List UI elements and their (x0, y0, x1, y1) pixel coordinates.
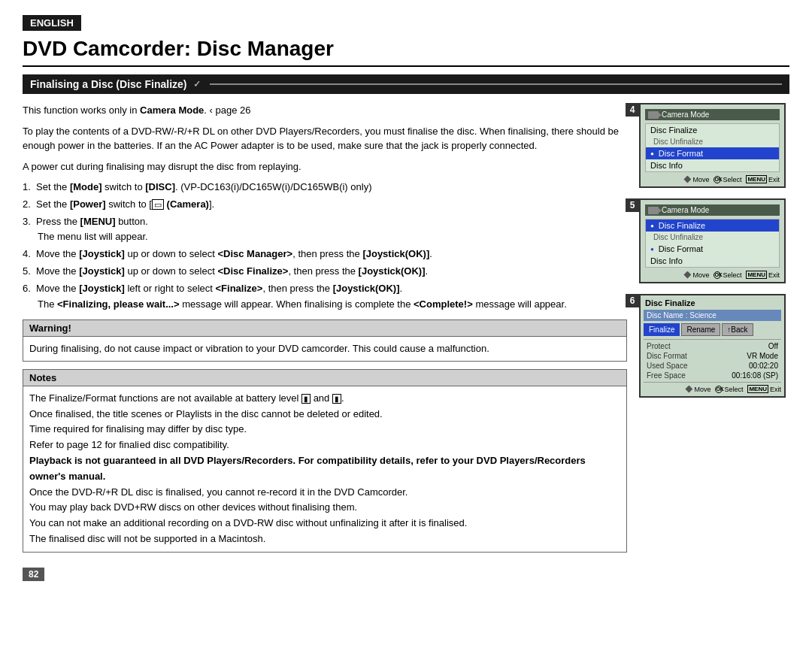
step5-item-4: Disc Info (646, 255, 779, 267)
step5-item-1: Disc Finalize (646, 220, 779, 232)
step5-camera-icon (648, 207, 659, 214)
step4-item-1: Disc Finalize (646, 124, 779, 136)
step4-ok-icon: OK (714, 176, 721, 183)
step4-move-label: Move (692, 176, 709, 183)
step6-btn-rename: Rename (681, 323, 720, 336)
step6-select-label: Select (724, 386, 743, 393)
step4-menu: Disc Finalize Disc Unfinalize Disc Forma… (645, 123, 780, 172)
step6-divider2 (644, 382, 781, 383)
note-8: You can not make an additional recording… (29, 516, 620, 531)
step6-free-value: 00:16:08 (SP) (732, 371, 778, 380)
step6-divider1 (644, 339, 781, 340)
step5-select-label: Select (723, 271, 741, 279)
step5-footer: Move OK Select MENU Exit (645, 271, 780, 279)
step5-lcd: Camera Mode Disc Finalize Disc Unfinaliz… (639, 198, 786, 283)
step-1: 1. Set the [Mode] switch to [DISC]. (VP-… (23, 180, 627, 195)
step4-number: 4 (626, 103, 639, 117)
section-header-text: Finalising a Disc (Disc Finalize) (30, 78, 187, 90)
warning-content: During finalising, do not cause impact o… (23, 337, 626, 361)
step4-item-4: Disc Info (646, 159, 779, 171)
step5-menu: Disc Finalize Disc Unfinalize Disc Forma… (645, 219, 780, 268)
step4-item-2: Disc Unfinalize (646, 136, 779, 147)
step5-number: 5 (626, 198, 639, 212)
step6-btn-finalize: Finalize (644, 323, 680, 336)
notes-box: Notes The Finalize/Format functions are … (23, 369, 627, 553)
step5-ok-icon: OK (714, 271, 721, 279)
note-3: Time required for finalising may differ … (29, 422, 620, 438)
step4-menu-icon: MENU (746, 175, 767, 183)
note-1: The Finalize/Format functions are not av… (29, 391, 620, 407)
step6-container: 6 Disc Finalize Disc Name : Science Fina… (639, 294, 789, 398)
step6-protect-value: Off (768, 342, 778, 350)
step4-mode-label: Camera Mode (662, 111, 709, 119)
step6-format-value: VR Mode (747, 352, 778, 360)
step6-exit-label: Exit (770, 386, 781, 393)
step-6: 6. Move the [Joystick] left or right to … (23, 281, 627, 313)
step6-number: 6 (626, 294, 639, 307)
step5-top-bar: Camera Mode (645, 204, 780, 216)
right-content: 4 Camera Mode Disc Finalize Disc Unfinal… (639, 103, 789, 581)
step4-lcd: Camera Mode Disc Finalize Disc Unfinaliz… (639, 103, 786, 188)
step5-mode-label: Camera Mode (662, 206, 709, 214)
step-4: 4. Move the [Joystick] up or down to sel… (23, 247, 627, 262)
left-content: This function works only in Camera Mode.… (23, 103, 627, 581)
step6-lcd: Disc Finalize Disc Name : Science Finali… (639, 294, 786, 398)
english-badge: ENGLISH (23, 15, 81, 31)
note-5: Playback is not guaranteed in all DVD Pl… (29, 453, 620, 485)
step6-row-protect: Protect Off (644, 341, 781, 351)
step5-exit-label: Exit (768, 271, 780, 279)
notes-content: The Finalize/Format functions are not av… (23, 386, 626, 552)
step5-menu-icon: MENU (746, 271, 767, 279)
section-header: Finalising a Disc (Disc Finalize) ✓ (23, 74, 789, 94)
step6-protect-label: Protect (647, 342, 671, 350)
step4-dpad-icon (683, 176, 691, 183)
step6-row-format: Disc Format VR Mode (644, 351, 781, 361)
step6-menu-icon: MENU (747, 385, 768, 393)
step6-ok-icon: OK (715, 386, 723, 393)
step6-buttons: Finalize Rename ↑Back (644, 323, 781, 336)
step5-dpad-icon (683, 271, 691, 279)
warning-box: Warning! During finalising, do not cause… (23, 319, 627, 362)
step4-camera-icon (648, 111, 659, 119)
note-7: You may play back DVD+RW discs on other … (29, 500, 620, 516)
step4-item-3: Disc Format (646, 147, 779, 159)
step-3: 3. Press the [MENU] button. The menu lis… (23, 214, 627, 246)
warning-title: Warning! (23, 320, 626, 337)
intro-para-3: A power cut during finalising may disrup… (23, 159, 627, 174)
step6-used-value: 00:02:20 (749, 362, 778, 370)
note-4: Refer to page 12 for finali ed disc comp… (29, 438, 620, 453)
step5-item-2: Disc Unfinalize (646, 232, 779, 243)
step5-item-3: Disc Format (646, 243, 779, 255)
note-9: The finalised disc will not be supported… (29, 531, 620, 547)
step5-container: 5 Camera Mode Disc Finalize Disc Unfinal… (639, 198, 789, 283)
step6-btn-back: ↑Back (722, 323, 753, 336)
intro-para-2: To play the contents of a DVD-RW/-R/+R D… (23, 124, 627, 153)
step6-used-label: Used Space (647, 362, 687, 370)
step4-exit-label: Exit (768, 176, 780, 183)
step6-format-label: Disc Format (647, 352, 687, 360)
page-number: 82 (23, 568, 44, 581)
step-2: 2. Set the [Power] switch to [▭ (Camera)… (23, 197, 627, 213)
step6-row-used: Used Space 00:02:20 (644, 361, 781, 371)
step4-footer: Move OK Select MENU Exit (645, 175, 780, 183)
main-title: DVD Camcorder: Disc Manager (23, 37, 789, 67)
note-2: Once finalised, the title scenes or Play… (29, 407, 620, 422)
step4-top-bar: Camera Mode (645, 109, 780, 120)
step6-move-label: Move (694, 386, 710, 393)
step-5: 5. Move the [Joystick] up or down to sel… (23, 264, 627, 280)
step4-container: 4 Camera Mode Disc Finalize Disc Unfinal… (639, 103, 789, 188)
notes-title: Notes (23, 370, 626, 386)
step6-title: Disc Finalize (644, 298, 781, 307)
steps-list: 1. Set the [Mode] switch to [DISC]. (VP-… (23, 180, 627, 312)
step6-disc-name: Disc Name : Science (644, 310, 781, 321)
section-checkmark: ✓ (193, 79, 201, 89)
note-6: Once the DVD-R/+R DL disc is finalised, … (29, 485, 620, 501)
step6-row-free: Free Space 00:16:08 (SP) (644, 371, 781, 380)
step6-dpad-icon (685, 386, 692, 393)
step6-free-label: Free Space (647, 371, 686, 380)
intro-para-1: This function works only in Camera Mode.… (23, 103, 627, 118)
step6-footer: Move OK Select MENU Exit (644, 385, 781, 393)
step5-move-label: Move (692, 271, 709, 279)
step4-select-label: Select (723, 176, 741, 183)
